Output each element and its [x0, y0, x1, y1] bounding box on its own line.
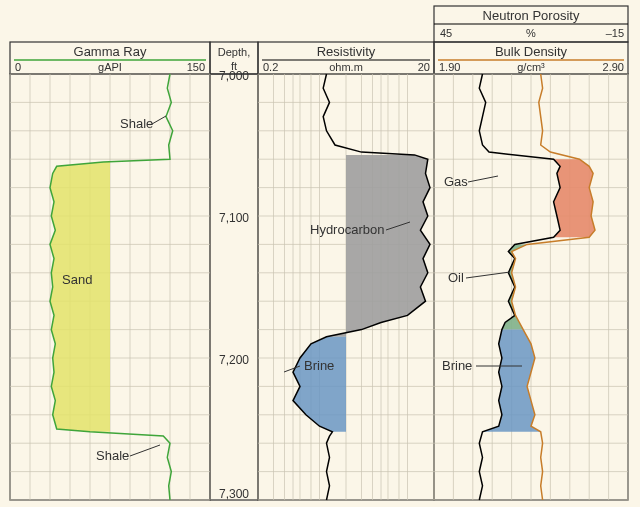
- depth-7000: 7,000: [219, 69, 249, 83]
- label-brine-dn: Brine: [442, 358, 472, 373]
- well-log-chart: Neutron Porosity 45 % –15 Gamma Ray 0 gA…: [0, 0, 640, 507]
- density-curve: [512, 74, 595, 500]
- res-max: 20: [418, 61, 430, 73]
- svg-rect-10: [210, 74, 258, 500]
- neutron-min: 45: [440, 27, 452, 39]
- gr-title: Gamma Ray: [74, 44, 147, 59]
- label-brine-res: Brine: [304, 358, 334, 373]
- den-title: Bulk Density: [495, 44, 568, 59]
- res-title: Resistivity: [317, 44, 376, 59]
- label-shale-upper: Shale: [120, 116, 153, 131]
- sand-fill: [50, 162, 110, 432]
- gr-unit: gAPI: [98, 61, 122, 73]
- den-max: 2.90: [603, 61, 624, 73]
- den-min: 1.90: [439, 61, 460, 73]
- res-unit: ohm.m: [329, 61, 363, 73]
- label-hydrocarbon: Hydrocarbon: [310, 222, 384, 237]
- neutron-curve: [479, 74, 560, 500]
- label-oil: Oil: [448, 270, 464, 285]
- neutron-unit: %: [526, 27, 536, 39]
- neutron-max: –15: [606, 27, 624, 39]
- svg-line-99: [130, 445, 160, 456]
- depth-7200: 7,200: [219, 353, 249, 367]
- label-sand: Sand: [62, 272, 92, 287]
- res-min: 0.2: [263, 61, 278, 73]
- neutron-title: Neutron Porosity: [483, 8, 580, 23]
- label-gas: Gas: [444, 174, 468, 189]
- svg-line-98: [152, 116, 166, 124]
- den-unit: g/cm³: [517, 61, 545, 73]
- depth-title-1: Depth,: [218, 46, 250, 58]
- gr-min: 0: [15, 61, 21, 73]
- depth-7100: 7,100: [219, 211, 249, 225]
- depth-7300: 7,300: [219, 487, 249, 501]
- gr-max: 150: [187, 61, 205, 73]
- label-shale-lower: Shale: [96, 448, 129, 463]
